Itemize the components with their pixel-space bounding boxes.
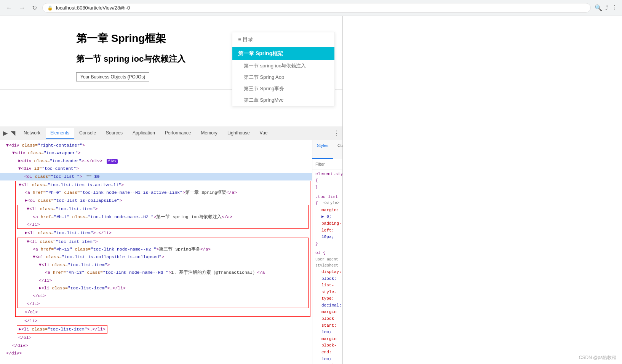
css-rule-toc-list: .toc-list { <style> margin: ▶ 0; padding… bbox=[312, 192, 342, 249]
css-source: user agent stylesheet bbox=[315, 257, 339, 269]
tab-computed[interactable]: Computed bbox=[333, 140, 342, 159]
tab-performance[interactable]: Performance bbox=[160, 128, 196, 139]
css-prop: margin: ▶ 0; bbox=[315, 207, 339, 220]
tab-memory[interactable]: Memory bbox=[197, 128, 222, 139]
lock-icon: 🔒 bbox=[47, 5, 53, 11]
html-line: ▼<ol class="toc-list is-collapsible is-c… bbox=[18, 253, 308, 261]
html-line: ►<div class="toc-header">…</div> flex bbox=[0, 157, 312, 165]
forward-button[interactable]: → bbox=[18, 3, 27, 13]
html-line: </div> bbox=[0, 342, 312, 350]
toc-sidebar: ≡ 目录 第一章 Spring框架 第一节 spring ioc与依赖注入 第二… bbox=[232, 32, 335, 106]
html-line: <a href="#h-0" class="toc-link node-name… bbox=[16, 189, 310, 196]
device-icon[interactable]: ◥ bbox=[11, 129, 15, 137]
browser-actions: 🔍 ⤴ ⋮ bbox=[595, 4, 617, 11]
tab-lighthouse[interactable]: Lighthouse bbox=[223, 128, 254, 139]
red-box-1: ▼<li class="toc-list-item is-active-li">… bbox=[15, 181, 310, 317]
html-line: ▼<li class="toc-list-item is-active-li"> bbox=[16, 181, 310, 189]
css-rule-ol: ol { user agent stylesheet display: bloc… bbox=[312, 248, 342, 364]
article-image: Your Business Objects (POJOs) bbox=[76, 72, 149, 81]
url-text: localhost:8080/articleView/28#h-0 bbox=[56, 5, 130, 11]
html-line: ▼<li class="toc-list-item"> bbox=[18, 205, 308, 213]
address-bar[interactable]: 🔒 localhost:8080/articleView/28#h-0 bbox=[42, 3, 591, 13]
back-button[interactable]: ← bbox=[5, 3, 14, 13]
tab-application[interactable]: Application bbox=[128, 128, 160, 139]
html-line: ►<li class="toc-list-item">…</li> bbox=[18, 284, 308, 292]
html-line: ▼<div class="right-container"> bbox=[0, 142, 312, 149]
tab-styles[interactable]: Styles bbox=[312, 140, 333, 159]
devtools: ▶ ◥ Network Elements Console Sources App… bbox=[0, 126, 342, 364]
tab-vue[interactable]: Vue bbox=[255, 128, 272, 139]
toc-item-0[interactable]: 第一章 Spring框架 bbox=[232, 47, 334, 60]
css-source: <style> bbox=[323, 200, 339, 206]
css-prop: padding-left: 10px; bbox=[315, 220, 339, 241]
elements-panel[interactable]: ▼<div class="right-container"> ▼<div cla… bbox=[0, 140, 312, 364]
html-line: </div> bbox=[0, 350, 312, 357]
html-line: ►<ol class="toc-list is-collapsible"> bbox=[16, 197, 310, 204]
styles-panel: Styles Computed Layout Event Listeners D… bbox=[312, 140, 342, 364]
html-line: </ol> bbox=[16, 308, 310, 316]
html-line: </li> bbox=[18, 300, 308, 308]
html-line: <a href="#h-13" class="toc-link node-nam… bbox=[18, 269, 308, 276]
css-selector: ol { bbox=[315, 251, 325, 255]
main-content: 第一章 Spring框架 第一节 spring ioc与依赖注入 Your Bu… bbox=[0, 16, 622, 364]
menu-icon[interactable]: ⋮ bbox=[611, 4, 617, 11]
tab-sources[interactable]: Sources bbox=[101, 128, 127, 139]
filter-bar: :hov .cls + ⎙ △ bbox=[312, 159, 342, 169]
devtools-tabs: ▶ ◥ Network Elements Console Sources App… bbox=[0, 126, 342, 140]
html-line: </li> bbox=[18, 221, 308, 228]
toc-item-2[interactable]: 第二节 Spring Aop bbox=[232, 72, 334, 83]
css-rule-element-style: element.style { } bbox=[312, 169, 342, 192]
red-box-2: ▼<li class="toc-list-item"> <a href="#h-… bbox=[17, 205, 309, 229]
css-prop: margin-inline-start: 0px; bbox=[315, 362, 339, 364]
reload-button[interactable]: ↻ bbox=[30, 3, 38, 13]
html-line: ►<li class="toc-list-item">…</li> bbox=[16, 229, 310, 237]
html-line: </li> bbox=[18, 277, 308, 284]
browser-bar: ← → ↻ 🔒 localhost:8080/articleView/28#h-… bbox=[0, 0, 622, 16]
watermark: CSDN @ps酷教程 bbox=[579, 354, 616, 361]
devtools-body: ▼<div class="right-container"> ▼<div cla… bbox=[0, 140, 342, 364]
html-line: <a href="#h-1" class="toc-link node-name… bbox=[18, 213, 308, 221]
page-wrapper: 第一章 Spring框架 第一节 spring ioc与依赖注入 Your Bu… bbox=[0, 16, 342, 126]
css-selector: element.style { bbox=[315, 172, 342, 183]
red-box-4: ►<li class="toc-list-item">…</li> bbox=[17, 325, 107, 334]
styles-tabs: Styles Computed Layout Event Listeners D… bbox=[312, 140, 342, 159]
html-line: ▼<li class="toc-list-item"> bbox=[18, 261, 308, 269]
toc-header: ≡ 目录 bbox=[232, 32, 334, 47]
tab-console[interactable]: Console bbox=[75, 128, 101, 139]
html-line: </ol> bbox=[18, 292, 308, 300]
css-prop: list-style-type: decimal; bbox=[315, 282, 339, 309]
devtools-toolbar-icons: ⋮ bbox=[333, 129, 339, 137]
filter-input[interactable] bbox=[315, 162, 342, 166]
html-line: ▼<div id="toc-content"> bbox=[0, 165, 312, 172]
inspect-icon[interactable]: ▶ bbox=[3, 129, 8, 137]
red-box-3: ▼<li class="toc-list-item"> <a href="#h-… bbox=[17, 238, 309, 308]
html-line: <a href="#h-12" class="toc-link node-nam… bbox=[18, 246, 308, 253]
html-line: </ol> bbox=[0, 334, 312, 342]
tab-network[interactable]: Network bbox=[19, 128, 45, 139]
tab-elements[interactable]: Elements bbox=[46, 128, 74, 139]
css-rule-close: } bbox=[315, 185, 318, 190]
html-line: ▼<div class="toc-wrapper"> bbox=[0, 149, 312, 157]
css-prop: margin-block-end: 1em; bbox=[315, 336, 339, 362]
css-prop: margin-block-start: 1em; bbox=[315, 309, 339, 335]
page-preview: 第一章 Spring框架 第一节 spring ioc与依赖注入 Your Bu… bbox=[0, 16, 343, 364]
toc-header-text: ≡ 目录 bbox=[238, 36, 253, 43]
more-icon[interactable]: ⋮ bbox=[333, 129, 339, 137]
share-icon[interactable]: ⤴ bbox=[605, 5, 608, 11]
toc-item-3[interactable]: 第三节 Spring事务 bbox=[232, 83, 334, 94]
zoom-icon[interactable]: 🔍 bbox=[595, 4, 602, 11]
html-line: </li> bbox=[0, 317, 312, 325]
toc-item-1[interactable]: 第一节 spring ioc与依赖注入 bbox=[232, 60, 334, 72]
html-line: ▼<li class="toc-list-item"> bbox=[18, 238, 308, 246]
html-line[interactable]: <ol class="toc-list "> == $0 bbox=[0, 173, 312, 180]
toc-item-4[interactable]: 第二章 SpringMvc bbox=[232, 94, 334, 106]
